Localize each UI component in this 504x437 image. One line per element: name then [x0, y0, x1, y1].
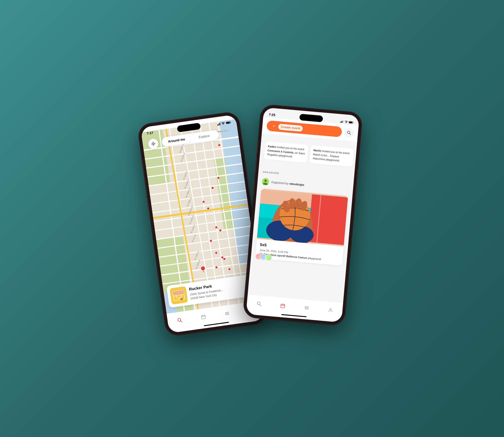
- invitation-card-2[interactable]: Marlin invited you to his event Match à …: [310, 145, 354, 167]
- event-location-suffix: playground: [308, 256, 321, 260]
- svg-line-87: [225, 312, 229, 313]
- svg-line-99: [349, 133, 351, 135]
- svg-rect-91: [340, 122, 341, 123]
- svg-point-59: [215, 226, 218, 229]
- nav-list-left[interactable]: [221, 310, 234, 317]
- svg-point-70: [153, 143, 154, 144]
- right-phone-screen: 7:25: [246, 107, 359, 322]
- place-thumbnail: [170, 286, 188, 305]
- wifi-icon: [221, 122, 225, 125]
- svg-line-89: [225, 314, 229, 315]
- signal-icon: [217, 122, 221, 126]
- svg-rect-97: [349, 122, 352, 123]
- svg-line-125: [305, 308, 308, 308]
- svg-line-85: [202, 315, 202, 316]
- wifi-icon-right: [344, 120, 348, 123]
- status-icons-right: [340, 120, 354, 124]
- svg-line-72: [154, 145, 154, 146]
- status-time-left: 7:17: [146, 131, 154, 136]
- svg-line-71: [153, 142, 153, 143]
- event-image: [257, 189, 348, 246]
- svg-line-124: [305, 307, 309, 307]
- nav-list-right[interactable]: [300, 305, 313, 311]
- plus-icon: +: [272, 124, 275, 128]
- organizer-username: vdesdoigts: [289, 182, 304, 187]
- event-avatars: [255, 253, 272, 261]
- section-organizer-label: ORGANIZER: [263, 171, 279, 175]
- svg-point-58: [207, 207, 210, 210]
- svg-point-57: [202, 200, 205, 203]
- event-avatar-3: [265, 254, 272, 261]
- right-phone: 7:25: [243, 105, 362, 325]
- svg-line-123: [284, 304, 284, 305]
- svg-point-127: [330, 308, 331, 310]
- nav-calendar-right[interactable]: [276, 303, 289, 309]
- svg-line-119: [259, 304, 261, 306]
- nav-calendar-left[interactable]: [197, 313, 210, 320]
- nav-profile-right[interactable]: [324, 307, 337, 313]
- svg-rect-92: [341, 121, 342, 123]
- battery-icon-right: [349, 121, 354, 124]
- search-icon: [177, 317, 183, 323]
- search-button-right[interactable]: [344, 128, 354, 138]
- svg-line-73: [151, 144, 152, 144]
- svg-point-55: [217, 177, 220, 179]
- crosshair-icon: [150, 141, 156, 147]
- list-icon: [224, 310, 230, 316]
- nav-search-right[interactable]: [252, 300, 265, 307]
- svg-point-95: [346, 123, 346, 123]
- svg-rect-0: [217, 124, 218, 126]
- svg-rect-3: [220, 122, 221, 125]
- svg-line-121: [281, 305, 285, 306]
- svg-line-86: [204, 315, 204, 316]
- svg-line-84: [201, 316, 205, 317]
- place-info: Rucker Park 155th Street & Frederick... …: [189, 282, 224, 301]
- svg-point-66: [228, 268, 231, 270]
- create-event-label: Create event: [281, 125, 300, 130]
- svg-point-61: [210, 239, 213, 242]
- svg-rect-120: [281, 304, 285, 308]
- organizer-name: Organized by vdesdoigts: [271, 180, 304, 187]
- svg-point-62: [215, 251, 218, 254]
- svg-rect-83: [201, 315, 205, 319]
- calendar-icon-right: [280, 303, 285, 308]
- create-event-label-container: Create event: [278, 124, 303, 132]
- search-icon-nav-right: [256, 301, 262, 306]
- invitation-text-1: Kaden invited you to his event Concours …: [267, 144, 305, 159]
- organizer-avatar: [262, 178, 269, 186]
- svg-line-68: [203, 270, 204, 272]
- svg-point-64: [223, 258, 226, 260]
- status-icons-left: [217, 121, 231, 126]
- battery-icon: [226, 121, 231, 124]
- invitation-text-2: Marlin invited you to his event Match à …: [312, 148, 351, 164]
- nav-search-left[interactable]: [173, 317, 186, 323]
- calendar-icon: [201, 314, 206, 320]
- svg-rect-2: [219, 123, 220, 125]
- status-time-right: 7:25: [269, 113, 276, 117]
- svg-point-65: [215, 266, 218, 269]
- svg-rect-1: [218, 124, 219, 126]
- svg-point-56: [211, 187, 214, 189]
- invitation-card-1[interactable]: Kaden invited you to his event Concours …: [264, 141, 309, 163]
- svg-line-88: [225, 313, 229, 314]
- search-icon-right: [347, 130, 351, 135]
- signal-icon-right: [340, 120, 343, 123]
- profile-icon-right: [328, 307, 333, 313]
- list-icon-right: [304, 305, 309, 310]
- svg-line-126: [305, 309, 308, 309]
- organizer-row: Organized by vdesdoigts: [262, 178, 305, 189]
- svg-rect-94: [343, 120, 343, 123]
- invitations-row: Kaden invited you to his event Concours …: [259, 138, 357, 170]
- organizer-prefix: Organized by: [271, 180, 289, 185]
- svg-rect-105: [308, 194, 348, 245]
- svg-point-60: [219, 229, 222, 232]
- svg-line-82: [180, 320, 182, 322]
- svg-rect-93: [342, 121, 343, 123]
- events-screen: 7:25: [246, 107, 359, 322]
- svg-point-54: [218, 144, 221, 147]
